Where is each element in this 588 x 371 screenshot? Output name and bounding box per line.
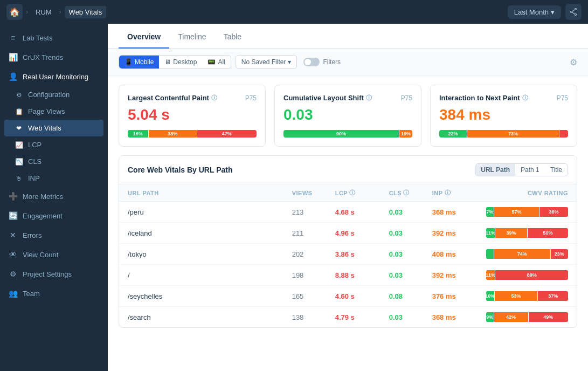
row-views: 138: [292, 313, 335, 321]
heart-icon: ❤: [15, 125, 23, 132]
sidebar-sub-configuration[interactable]: ⚙ Configuration: [0, 86, 108, 103]
url-path-tab-title[interactable]: Title: [545, 164, 568, 176]
view-count-icon: 👁: [9, 250, 17, 259]
col-inp: INP ⓘ: [432, 189, 486, 197]
row-lcp: 4.68 s: [335, 208, 389, 216]
cls-info-icon[interactable]: ⓘ: [366, 94, 372, 102]
page-tabs: Overview Timeline Table: [108, 24, 588, 49]
sidebar-item-real-user-monitoring[interactable]: 👤 Real User Monitoring: [0, 67, 108, 86]
sidebar-label-lcp: LCP: [28, 141, 41, 149]
sidebar-item-project-settings[interactable]: ⚙ Project Settings: [0, 264, 108, 284]
table-row: /tokyo 202 3.86 s 0.03 408 ms 74% 23%: [119, 244, 577, 265]
sidebar-sub-page-views[interactable]: 📋 Page Views: [0, 103, 108, 120]
breadcrumb-web-vitals[interactable]: Web Vitals: [65, 6, 107, 18]
device-desktop-button[interactable]: 🖥 Desktop: [159, 56, 202, 68]
saved-filter-chevron: ▾: [288, 58, 291, 66]
row-inp: 368 ms: [432, 208, 486, 216]
row-cls: 0.03: [389, 229, 432, 237]
sidebar-item-crux-trends[interactable]: 📊 CrUX Trends: [0, 47, 108, 67]
metric-card-lcp: Largest Contentful Paint ⓘ P75 5.04 s 16…: [119, 85, 266, 147]
main-content: Overview Timeline Table 📱 Mobile 🖥 Deskt…: [108, 24, 588, 371]
filters-label: Filters: [323, 58, 341, 66]
sidebar-label-crux-trends: CrUX Trends: [23, 53, 63, 61]
device-all-button[interactable]: 📟 All: [202, 56, 230, 68]
sidebar-item-team[interactable]: 👥 Team: [0, 284, 108, 303]
row-views: 211: [292, 229, 335, 237]
url-table-header: Core Web Vitals By URL Path URL Path Pat…: [119, 156, 577, 184]
sidebar-item-errors[interactable]: ✕ Errors: [0, 225, 108, 245]
lcp-bar-ni: 38%: [149, 130, 197, 138]
filters-switch[interactable]: [303, 58, 320, 66]
cwv-good: 7%: [486, 207, 494, 217]
url-path-tab-url[interactable]: URL Path: [475, 164, 515, 176]
device-desktop-label: Desktop: [173, 58, 197, 66]
lcp-info-icon[interactable]: ⓘ: [211, 94, 217, 102]
tab-overview[interactable]: Overview: [119, 24, 169, 49]
share-button[interactable]: [565, 4, 582, 20]
row-views: 165: [292, 292, 335, 300]
filter-bar: 📱 Mobile 🖥 Desktop 📟 All No Saved Filter…: [108, 49, 588, 76]
table-row: /peru 213 4.68 s 0.03 368 ms 7% 57% 36%: [119, 202, 577, 223]
sidebar-sub-inp[interactable]: 🖱 INP: [0, 170, 108, 187]
tab-timeline[interactable]: Timeline: [169, 24, 215, 49]
sidebar-label-errors: Errors: [23, 231, 41, 239]
metric-title-lcp: Largest Contentful Paint ⓘ: [128, 94, 217, 102]
row-inp: 392 ms: [432, 271, 486, 279]
cls-icon: 📉: [15, 158, 23, 166]
sidebar-item-view-count[interactable]: 👁 View Count: [0, 245, 108, 264]
row-lcp: 3.86 s: [335, 250, 389, 258]
cwv-ni: 11%: [486, 270, 495, 280]
error-icon: ✕: [9, 231, 17, 239]
sidebar-label-team: Team: [23, 290, 40, 298]
svg-line-4: [572, 12, 575, 15]
saved-filter-button[interactable]: No Saved Filter ▾: [236, 55, 298, 69]
sidebar: ≡ Lab Tests 📊 CrUX Trends 👤 Real User Mo…: [0, 24, 108, 371]
sidebar-sub-cls[interactable]: 📉 CLS: [0, 153, 108, 170]
lcp-bar-bad: 47%: [197, 130, 257, 138]
sidebar-sub-lcp[interactable]: 📈 LCP: [0, 136, 108, 153]
device-mobile-label: Mobile: [135, 58, 154, 66]
cwv-bar: 11% 89%: [486, 270, 568, 280]
table-row: /seychelles 165 4.60 s 0.08 376 ms 10% 5…: [119, 286, 577, 307]
home-button[interactable]: 🏠: [6, 4, 23, 20]
inp-info-icon[interactable]: ⓘ: [522, 94, 528, 102]
row-views: 202: [292, 250, 335, 258]
url-path-tab-path1[interactable]: Path 1: [515, 164, 545, 176]
inp-bar: 22% 73%: [439, 130, 568, 138]
row-inp: 408 ms: [432, 250, 486, 258]
cls-col-info[interactable]: ⓘ: [403, 189, 410, 197]
svg-point-2: [571, 11, 572, 13]
sidebar-item-more-metrics[interactable]: ➕ More Metrics: [0, 187, 108, 206]
share-icon: [570, 8, 577, 16]
inp-col-info[interactable]: ⓘ: [445, 189, 451, 197]
table-column-headers: URL PATH VIEWS LCP ⓘ CLS ⓘ INP ⓘ CWV RAT…: [119, 184, 577, 202]
sidebar-label-more-metrics: More Metrics: [23, 193, 63, 201]
device-all-label: All: [218, 58, 225, 66]
sidebar-label-page-views: Page Views: [28, 107, 65, 115]
sidebar-label-engagement: Engagement: [23, 212, 63, 220]
cwv-bad: 50%: [528, 228, 568, 238]
desktop-icon: 🖥: [164, 58, 171, 66]
row-lcp: 4.60 s: [335, 292, 389, 300]
topbar: 🏠 › RUM › Web Vitals Last Month ▾: [0, 0, 588, 24]
cwv-bar: 74% 23%: [486, 249, 568, 259]
col-url-path: URL PATH: [128, 189, 292, 197]
lcp-col-info[interactable]: ⓘ: [349, 189, 356, 197]
cwv-bad: 37%: [538, 291, 568, 301]
breadcrumb-rum[interactable]: RUM: [31, 6, 56, 18]
lcp-bar: 16% 38% 47%: [128, 130, 257, 138]
sidebar-sub-web-vitals[interactable]: ❤ Web Vitals: [4, 120, 103, 136]
row-views: 198: [292, 271, 335, 279]
time-filter-button[interactable]: Last Month ▾: [508, 5, 561, 19]
sidebar-item-lab-tests[interactable]: ≡ Lab Tests: [0, 28, 108, 47]
col-lcp: LCP ⓘ: [335, 189, 389, 197]
cwv-ni: 57%: [494, 207, 539, 217]
sidebar-item-engagement[interactable]: 🔄 Engagement: [0, 206, 108, 225]
filter-settings-icon[interactable]: ⚙: [570, 57, 577, 67]
sidebar-label-lab-tests: Lab Tests: [23, 34, 52, 42]
metrics-cards: Largest Contentful Paint ⓘ P75 5.04 s 16…: [108, 76, 588, 155]
device-toggle: 📱 Mobile 🖥 Desktop 📟 All: [119, 55, 231, 69]
device-mobile-button[interactable]: 📱 Mobile: [119, 56, 159, 68]
tab-table[interactable]: Table: [215, 24, 250, 49]
row-cwv: 10% 53% 37%: [486, 291, 568, 301]
